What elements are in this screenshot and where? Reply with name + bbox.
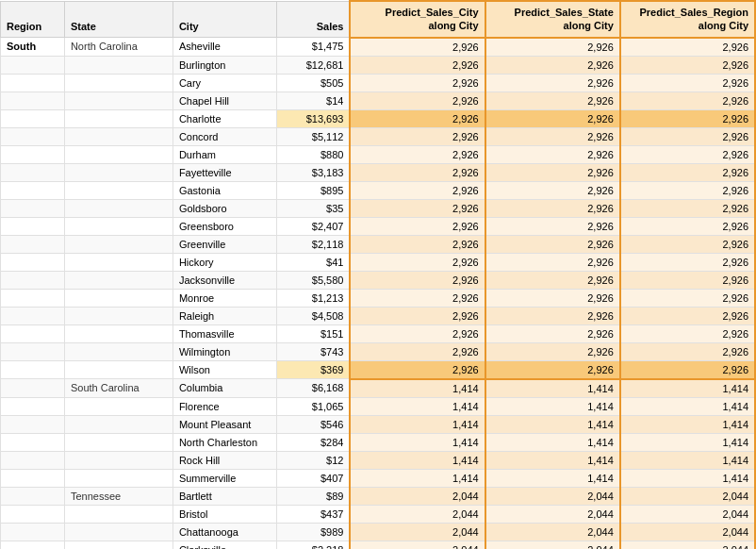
table-row: Concord$5,1122,9262,9262,926	[1, 127, 756, 145]
region-cell	[1, 199, 65, 217]
region-cell	[1, 127, 65, 145]
table-row: Fayetteville$3,1832,9262,9262,926	[1, 163, 756, 181]
region-cell	[1, 415, 65, 433]
region-cell	[1, 379, 65, 398]
sales-cell: $89	[276, 487, 350, 505]
region-cell	[1, 109, 65, 127]
table-row: Wilmington$7432,9262,9262,926	[1, 342, 756, 360]
pred3-cell: 2,044	[620, 541, 755, 549]
city-cell: Bartlett	[173, 487, 276, 505]
pred2-cell: 1,414	[485, 433, 620, 451]
city-cell: Thomasville	[173, 324, 276, 342]
pred1-cell: 2,926	[350, 74, 485, 92]
pred2-cell: 2,926	[485, 181, 620, 199]
sales-cell: $5,580	[276, 271, 350, 289]
pred2-cell: 2,926	[485, 109, 620, 127]
sales-cell: $895	[276, 181, 350, 199]
pred3-cell: 2,926	[620, 271, 755, 289]
sales-cell: $12,681	[276, 56, 350, 74]
region-cell: South	[1, 38, 65, 57]
pred2-cell: 1,414	[485, 415, 620, 433]
sales-cell: $1,475	[276, 38, 350, 57]
pred2-cell: 1,414	[485, 451, 620, 469]
sales-cell: $2,118	[276, 235, 350, 253]
sales-cell: $369	[276, 360, 350, 379]
region-cell	[1, 253, 65, 271]
region-cell	[1, 271, 65, 289]
state-cell	[64, 109, 173, 127]
sales-cell: $13,693	[276, 109, 350, 127]
pred3-cell: 2,044	[620, 505, 755, 523]
region-cell	[1, 289, 65, 307]
sales-cell: $3,183	[276, 163, 350, 181]
sales-cell: $284	[276, 433, 350, 451]
pred3-cell: 1,414	[620, 397, 755, 415]
region-cell	[1, 541, 65, 549]
pred2-cell: 2,926	[485, 38, 620, 57]
table-row: Rock Hill$121,4141,4141,414	[1, 451, 756, 469]
table-row: Charlotte$13,6932,9262,9262,926	[1, 109, 756, 127]
state-cell	[64, 541, 173, 549]
pred3-cell: 2,926	[620, 235, 755, 253]
state-cell	[64, 433, 173, 451]
pred1-cell: 1,414	[350, 415, 485, 433]
table-row: Jacksonville$5,5802,9262,9262,926	[1, 271, 756, 289]
sales-cell: $880	[276, 145, 350, 163]
sales-cell: $41	[276, 253, 350, 271]
pred3-cell: 2,926	[620, 127, 755, 145]
pred1-cell: 2,926	[350, 271, 485, 289]
state-cell	[64, 253, 173, 271]
region-cell	[1, 523, 65, 541]
state-cell: Tennessee	[64, 487, 173, 505]
pred3-cell: 2,926	[620, 342, 755, 360]
table-row: North Charleston$2841,4141,4141,414	[1, 433, 756, 451]
pred3-cell: 2,926	[620, 163, 755, 181]
region-cell	[1, 397, 65, 415]
pred2-cell: 2,926	[485, 324, 620, 342]
pred2-cell: 1,414	[485, 379, 620, 398]
pred3-cell: 2,926	[620, 109, 755, 127]
state-cell	[64, 181, 173, 199]
table-row: Monroe$1,2132,9262,9262,926	[1, 289, 756, 307]
region-cell	[1, 487, 65, 505]
col-header-pred2: Predict_Sales_State along City	[485, 1, 620, 38]
pred1-cell: 2,044	[350, 505, 485, 523]
pred3-line1: Predict_Sales_Region	[639, 7, 748, 18]
pred2-cell: 2,926	[485, 360, 620, 379]
pred3-cell: 1,414	[620, 379, 755, 398]
state-cell	[64, 235, 173, 253]
city-cell: Cary	[173, 74, 276, 92]
pred2-cell: 2,926	[485, 127, 620, 145]
pred3-cell: 2,044	[620, 523, 755, 541]
table-row: Chattanooga$9892,0442,0442,044	[1, 523, 756, 541]
state-cell	[64, 92, 173, 109]
city-cell: Gastonia	[173, 181, 276, 199]
state-cell	[64, 199, 173, 217]
pred1-cell: 2,926	[350, 56, 485, 74]
pred1-cell: 2,926	[350, 199, 485, 217]
region-cell	[1, 469, 65, 487]
state-cell	[64, 469, 173, 487]
pred3-cell: 2,926	[620, 92, 755, 109]
sales-cell: $2,407	[276, 217, 350, 235]
table-row: South CarolinaColumbia$6,1681,4141,4141,…	[1, 379, 756, 398]
pred2-cell: 2,926	[485, 199, 620, 217]
pred1-cell: 2,926	[350, 92, 485, 109]
city-cell: Greenville	[173, 235, 276, 253]
pred2-cell: 2,044	[485, 541, 620, 549]
city-cell: Chapel Hill	[173, 92, 276, 109]
sales-cell: $12	[276, 451, 350, 469]
state-cell	[64, 74, 173, 92]
table-row: Goldsboro$352,9262,9262,926	[1, 199, 756, 217]
city-cell: Asheville	[173, 38, 276, 57]
table-row: Mount Pleasant$5461,4141,4141,414	[1, 415, 756, 433]
city-cell: Bristol	[173, 505, 276, 523]
pred2-cell: 2,044	[485, 487, 620, 505]
main-table-container: Region State City Sales Predict_Sales_Ci…	[0, 0, 756, 549]
city-cell: North Charleston	[173, 433, 276, 451]
sales-cell: $407	[276, 469, 350, 487]
city-cell: Mount Pleasant	[173, 415, 276, 433]
pred2-cell: 2,926	[485, 235, 620, 253]
state-cell	[64, 324, 173, 342]
pred1-cell: 1,414	[350, 397, 485, 415]
